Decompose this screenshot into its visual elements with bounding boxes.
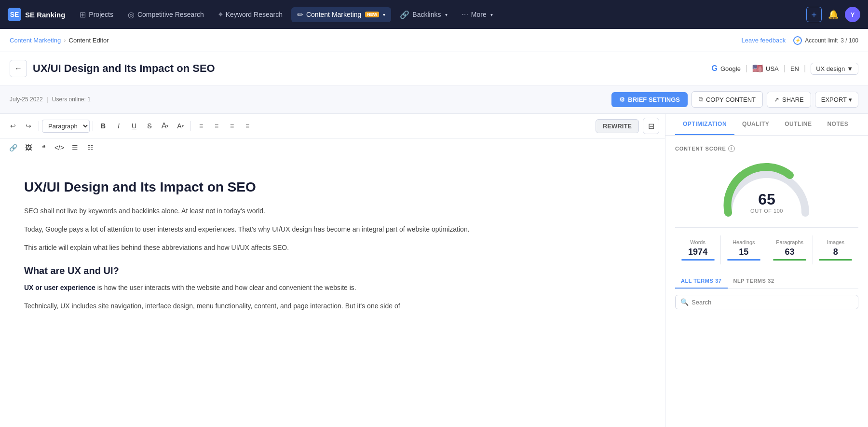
breadcrumb-separator: › (64, 37, 66, 44)
nlp-terms-label: NLP TERMS (733, 278, 766, 284)
quote-button[interactable]: ❝ (37, 140, 51, 155)
nav-item-backlinks[interactable]: 🔗 Backlinks ▾ (394, 7, 453, 22)
gauge-out-of-label: OUT OF 100 (750, 208, 783, 214)
country-flag: 🇺🇸 (752, 63, 763, 74)
paragraph-style-select[interactable]: Paragraph (42, 120, 90, 133)
tab-nlp-terms[interactable]: NLP TERMS 32 (728, 274, 780, 289)
text-highlight-button[interactable]: A▾ (158, 119, 172, 133)
content-marketing-badge: NEW (365, 12, 379, 17)
tab-optimization[interactable]: OPTIMIZATION (675, 114, 734, 135)
search-icon: 🔍 (680, 298, 689, 306)
strikethrough-button[interactable]: S (142, 119, 157, 133)
notifications-button[interactable]: 🔔 (826, 7, 841, 22)
align-justify-button[interactable]: ≡ (240, 119, 255, 133)
action-bar: July-25 2022 | Users online: 1 ⚙ BRIEF S… (0, 85, 868, 114)
underline-button[interactable]: U (127, 119, 141, 133)
breadcrumb-bar: Content Marketing › Content Editor Leave… (0, 29, 868, 52)
export-chevron-icon: ▾ (849, 96, 852, 103)
nav-item-projects[interactable]: ⊞ Projects (74, 7, 119, 22)
nav-item-competitive-research[interactable]: ◎ Competitive Research (122, 7, 210, 22)
keyword-research-icon: ⌖ (218, 10, 223, 19)
stat-headings-value: 15 (723, 247, 764, 257)
editor-content[interactable]: UX/UI Design and Its Impact on SEO SEO s… (0, 159, 665, 427)
text-color-button[interactable]: A▾ (173, 119, 188, 133)
score-gauge: 65 OUT OF 100 (675, 160, 858, 218)
article-para-2: Today, Google pays a lot of attention to… (24, 224, 641, 235)
settings-divider-2: | (784, 64, 786, 73)
stat-headings: Headings 15 (721, 235, 767, 264)
users-online: Users online: 1 (52, 96, 91, 103)
stat-words-bar (681, 259, 715, 261)
settings-divider-3: | (804, 64, 806, 73)
stats-row: Words 1974 Headings 15 Paragraphs 63 Ima… (675, 227, 858, 264)
stat-paragraphs-label: Paragraphs (769, 239, 811, 245)
tab-all-terms[interactable]: ALL TERMS 37 (675, 274, 728, 289)
stat-paragraphs-value: 63 (769, 247, 811, 257)
brief-settings-button[interactable]: ⚙ BRIEF SETTINGS (611, 92, 688, 107)
topic-dropdown-arrow: ▼ (847, 65, 853, 72)
share-button[interactable]: ↗ SHARE (767, 92, 811, 108)
content-score-info-icon[interactable]: i (728, 145, 735, 152)
main-layout: ↩ ↪ Paragraph B I U S A▾ A▾ ≡ ≡ ≡ ≡ REWR… (0, 114, 868, 427)
competitive-research-icon: ◎ (128, 10, 135, 19)
bold-intro-rest: is how the user interacts with the websi… (95, 284, 356, 291)
back-button[interactable]: ← (10, 60, 27, 77)
nav-item-content-marketing[interactable]: ✏ Content Marketing NEW ▾ (291, 7, 391, 22)
align-center-button[interactable]: ≡ (209, 119, 224, 133)
more-dots-icon: ··· (462, 10, 468, 19)
editor-panel: ↩ ↪ Paragraph B I U S A▾ A▾ ≡ ≡ ≡ ≡ REWR… (0, 114, 665, 427)
topic-label: UX design (816, 65, 845, 72)
topic-dropdown[interactable]: UX design ▼ (811, 63, 858, 75)
add-button[interactable]: ＋ (806, 7, 822, 22)
all-terms-label: ALL TERMS (681, 278, 713, 284)
brand-icon-text: SE (10, 11, 19, 18)
nav-label-competitive-research: Competitive Research (137, 11, 204, 18)
tab-quality[interactable]: QUALITY (734, 114, 777, 135)
google-icon: G (712, 64, 718, 73)
bullet-list-button[interactable]: ☰ (68, 140, 82, 155)
image-button[interactable]: 🖼 (21, 140, 36, 155)
code-button[interactable]: </> (52, 140, 67, 155)
terms-search-box[interactable]: 🔍 (675, 295, 858, 309)
nav-label-more: More (471, 11, 487, 18)
article-heading: UX/UI Design and Its Impact on SEO (24, 179, 641, 196)
editor-toolbar: ↩ ↪ Paragraph B I U S A▾ A▾ ≡ ≡ ≡ ≡ REWR… (0, 114, 665, 138)
language-selector[interactable]: EN (790, 65, 799, 72)
export-button[interactable]: EXPORT ▾ (815, 92, 858, 108)
share-label: SHARE (782, 96, 804, 103)
italic-button[interactable]: I (111, 119, 126, 133)
breadcrumb-parent[interactable]: Content Marketing (10, 37, 61, 44)
nav-item-keyword-research[interactable]: ⌖ Keyword Research (213, 7, 288, 22)
nav-label-backlinks: Backlinks (412, 11, 441, 18)
toolbar-settings-button[interactable]: ⊟ (643, 118, 659, 134)
align-right-button[interactable]: ≡ (225, 119, 239, 133)
content-score-section: CONTENT SCORE i (675, 145, 858, 152)
copy-icon: ⧉ (699, 96, 703, 103)
rewrite-button[interactable]: REWRITE (596, 119, 639, 133)
bold-button[interactable]: B (96, 119, 110, 133)
tab-outline[interactable]: OUTLINE (777, 114, 819, 135)
search-engine-selector[interactable]: G Google (712, 64, 741, 73)
undo-button[interactable]: ↩ (6, 119, 20, 133)
align-left-button[interactable]: ≡ (194, 119, 208, 133)
copy-content-label: COPY CONTENT (706, 96, 756, 103)
gauge-score-value: 65 (750, 192, 783, 207)
nav-item-more[interactable]: ··· More ▾ (456, 7, 499, 22)
numbered-list-button[interactable]: ☷ (83, 140, 97, 155)
redo-button[interactable]: ↪ (21, 119, 36, 133)
document-meta: July-25 2022 | Users online: 1 (10, 96, 608, 103)
stat-images-bar (819, 259, 852, 261)
leave-feedback-button[interactable]: Leave feedback (741, 37, 786, 44)
copy-content-button[interactable]: ⧉ COPY CONTENT (692, 91, 763, 108)
account-limit: ⚡ Account limit 3 / 100 (793, 36, 858, 45)
link-button[interactable]: 🔗 (6, 140, 20, 155)
terms-search-input[interactable] (692, 299, 853, 306)
tab-notes[interactable]: NOTES (819, 114, 856, 135)
terms-tabs: ALL TERMS 37 NLP TERMS 32 (675, 274, 858, 289)
country-selector[interactable]: 🇺🇸 USA (752, 63, 779, 74)
settings-divider-1: | (746, 64, 747, 73)
gear-icon: ⚙ (619, 96, 625, 103)
avatar[interactable]: Y (845, 7, 860, 22)
stat-paragraphs: Paragraphs 63 (767, 235, 813, 264)
brand-logo[interactable]: SE SE Ranking (8, 8, 65, 21)
